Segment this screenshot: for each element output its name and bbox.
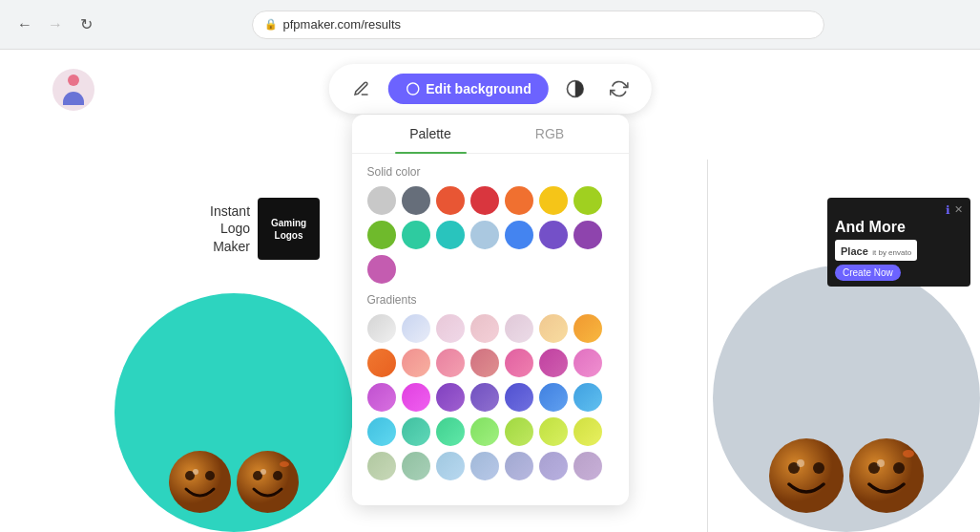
gradient-color-swatch[interactable] xyxy=(573,452,602,480)
svg-point-10 xyxy=(769,438,844,513)
solid-color-swatch[interactable] xyxy=(402,221,430,249)
right-profile xyxy=(713,265,980,532)
gradient-color-swatch[interactable] xyxy=(505,383,533,412)
gradient-color-swatch[interactable] xyxy=(436,349,465,377)
solid-color-swatch[interactable] xyxy=(367,255,396,284)
gradient-color-swatch[interactable] xyxy=(367,417,396,446)
svg-point-18 xyxy=(903,450,914,458)
placeit-logo: Place it by envato xyxy=(835,240,917,261)
avatar xyxy=(52,69,94,111)
gradient-color-swatch[interactable] xyxy=(436,383,465,412)
smiley-left-2 xyxy=(237,451,299,513)
tab-palette[interactable]: Palette xyxy=(371,115,490,153)
gradient-color-swatch[interactable] xyxy=(470,349,499,377)
info-icon: ℹ xyxy=(946,203,950,217)
gradient-color-swatch[interactable] xyxy=(573,314,602,343)
lock-icon: 🔒 xyxy=(264,18,278,31)
gradient-color-swatch[interactable] xyxy=(573,349,602,377)
solid-color-swatch[interactable] xyxy=(436,221,465,249)
svg-point-16 xyxy=(893,462,905,474)
solid-color-swatch[interactable] xyxy=(505,186,533,215)
tab-rgb[interactable]: RGB xyxy=(490,115,610,153)
svg-point-4 xyxy=(193,469,198,475)
solid-color-label: Solid color xyxy=(367,165,614,179)
solid-color-swatch[interactable] xyxy=(573,186,602,215)
gradient-color-swatch[interactable] xyxy=(539,452,568,480)
gradient-color-swatch[interactable] xyxy=(436,452,465,480)
svg-point-13 xyxy=(797,459,804,467)
browser-chrome: ← → ↻ 🔒 pfpmaker.com/results xyxy=(0,0,980,50)
url-text: pfpmaker.com/results xyxy=(283,17,402,32)
gradient-color-swatch[interactable] xyxy=(539,383,568,412)
gradient-color-swatch[interactable] xyxy=(402,452,430,480)
right-circle xyxy=(713,265,980,532)
avatar-head xyxy=(68,74,79,86)
gradient-color-swatch[interactable] xyxy=(402,383,430,412)
solid-color-swatch[interactable] xyxy=(539,221,568,249)
svg-point-17 xyxy=(877,459,885,467)
gradient-color-swatch[interactable] xyxy=(367,452,396,480)
gradient-color-swatch[interactable] xyxy=(505,452,533,480)
gradient-color-swatch[interactable] xyxy=(470,417,499,446)
panel-tabs: Palette RGB xyxy=(352,115,629,154)
solid-color-swatch[interactable] xyxy=(367,221,396,249)
gradient-color-swatch[interactable] xyxy=(367,383,396,412)
svg-point-3 xyxy=(205,471,215,480)
smiley-right-2 xyxy=(849,438,924,513)
gradient-color-swatch[interactable] xyxy=(505,314,533,343)
gradient-color-swatch[interactable] xyxy=(402,314,430,343)
solid-color-swatch[interactable] xyxy=(505,221,533,249)
pencil-button[interactable] xyxy=(344,72,378,106)
forward-button[interactable]: → xyxy=(42,11,69,38)
solid-color-swatch[interactable] xyxy=(470,221,499,249)
gradient-color-swatch[interactable] xyxy=(402,349,430,377)
gradient-color-swatch[interactable] xyxy=(470,314,499,343)
left-promo: Instant Logo Maker Gaming Logos xyxy=(210,198,320,260)
gradient-color-swatch[interactable] xyxy=(436,314,465,343)
reload-button[interactable]: ↻ xyxy=(73,11,99,38)
gradient-color-swatch[interactable] xyxy=(470,452,499,480)
back-button[interactable]: ← xyxy=(11,11,38,38)
edit-background-button[interactable]: Edit background xyxy=(387,74,548,104)
solid-color-swatch[interactable] xyxy=(436,186,465,215)
smiley-right-1 xyxy=(769,438,844,513)
gaming-logo-card[interactable]: Gaming Logos xyxy=(258,198,320,260)
gradient-color-swatch[interactable] xyxy=(402,417,430,446)
brand-suffix: it by envato xyxy=(872,248,911,257)
gradient-color-swatch[interactable] xyxy=(367,349,396,377)
svg-point-8 xyxy=(261,469,266,475)
gradient-color-swatch[interactable] xyxy=(505,417,533,446)
contrast-button[interactable] xyxy=(558,72,593,106)
solid-color-swatch[interactable] xyxy=(402,186,430,215)
svg-point-1 xyxy=(169,451,231,513)
gradient-color-swatch[interactable] xyxy=(573,417,602,446)
gradient-color-swatch[interactable] xyxy=(539,417,568,446)
ad-and-more-text: And More xyxy=(835,219,906,236)
instant-logo-text: Instant Logo Maker xyxy=(210,202,250,255)
gradient-color-swatch[interactable] xyxy=(539,349,568,377)
address-bar[interactable]: 🔒 pfpmaker.com/results xyxy=(252,11,824,39)
refresh-button[interactable] xyxy=(602,72,636,106)
solid-color-swatch[interactable] xyxy=(539,186,568,215)
gradient-color-swatch[interactable] xyxy=(436,417,465,446)
avatar-figure xyxy=(58,74,89,105)
gradient-color-swatch[interactable] xyxy=(573,383,602,412)
gradients-section: Gradients xyxy=(352,293,629,480)
solid-color-swatch[interactable] xyxy=(367,186,396,215)
gradient-color-swatch[interactable] xyxy=(367,314,396,343)
svg-point-9 xyxy=(280,461,289,467)
ad-panel: ℹ ✕ And More Place it by envato Create N… xyxy=(827,198,970,287)
gradient-color-swatch[interactable] xyxy=(505,349,533,377)
ad-close-button[interactable]: ✕ xyxy=(954,203,963,217)
smiley-left-1 xyxy=(169,451,231,513)
left-circle xyxy=(115,293,353,532)
gradients-label: Gradients xyxy=(367,293,614,307)
create-now-button[interactable]: Create Now xyxy=(835,265,901,281)
avatar-body xyxy=(63,92,84,105)
gradient-color-grid xyxy=(367,314,614,480)
solid-color-swatch[interactable] xyxy=(573,221,602,249)
gradient-color-swatch[interactable] xyxy=(470,383,499,412)
solid-color-swatch[interactable] xyxy=(470,186,499,215)
svg-point-7 xyxy=(273,471,282,480)
gradient-color-swatch[interactable] xyxy=(539,314,568,343)
